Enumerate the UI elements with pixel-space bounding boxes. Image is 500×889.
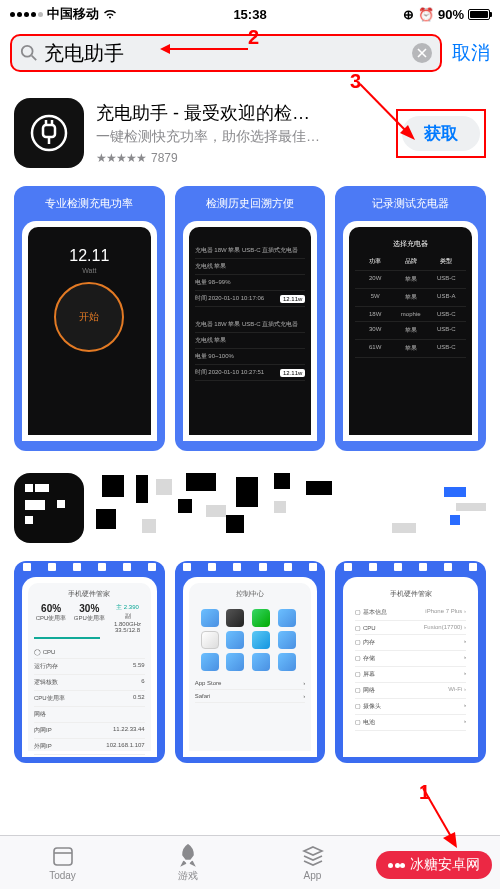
svg-rect-13 <box>54 848 72 865</box>
stars-icon: ★★★★★ <box>96 151 146 165</box>
alarm-clock-icon: ⏰ <box>418 7 434 22</box>
film-holes-icon <box>14 563 165 573</box>
search-icon <box>20 44 38 62</box>
app-result-1[interactable]: 充电助手 - 最受欢迎的检… 一键检测快充功率，助你选择最佳… ★★★★★ 78… <box>0 78 500 178</box>
svg-point-0 <box>22 46 33 57</box>
rating-count: 7879 <box>151 151 178 165</box>
app-grid <box>195 603 306 677</box>
cancel-button[interactable]: 取消 <box>452 40 490 66</box>
gauge-icon: 开始 <box>54 282 124 352</box>
rocket-icon <box>176 843 200 867</box>
annotation-arrow-1 <box>415 784 465 854</box>
start-label: 开始 <box>79 310 99 324</box>
watt-unit: Watt <box>34 267 145 274</box>
film-holes-icon <box>335 563 486 573</box>
watermark-text: 冰糖安卓网 <box>410 856 480 874</box>
watermark-icon <box>388 863 405 868</box>
svg-line-11 <box>423 788 453 840</box>
screenshot-4: 手机硬件管家 60%CPU使用率 30%GPU使用率 主 2.390副 1.80… <box>14 561 165 763</box>
screenshot-6: 手机硬件管家 ▢ 基本信息iPhone 7 Plus › ▢ CPUFusion… <box>335 561 486 763</box>
annotation-arrow-3 <box>330 78 420 148</box>
pixelated-region <box>96 473 486 543</box>
svg-rect-7 <box>43 125 55 137</box>
screenshot-title: 检测历史回溯方便 <box>181 196 320 211</box>
watt-value: 12.11 <box>34 247 145 265</box>
app-rating: ★★★★★ 7879 <box>96 151 384 165</box>
signal-icon <box>10 12 43 17</box>
screenshot-5: 控制中心 App Store› Safari› <box>175 561 326 763</box>
screenshot-title: 记录测试充电器 <box>341 196 480 211</box>
tab-label: 游戏 <box>178 869 198 883</box>
clear-button[interactable] <box>412 43 432 63</box>
svg-line-1 <box>32 56 37 61</box>
screenshot-3: 记录测试充电器 选择充电器 功率品牌类型 20W苹果USB-C 5W苹果USB-… <box>335 186 486 451</box>
svg-line-4 <box>360 84 408 133</box>
screenshots-row-2[interactable]: 手机硬件管家 60%CPU使用率 30%GPU使用率 主 2.390副 1.80… <box>0 557 500 767</box>
screenshot-1: 专业检测充电功率 12.11 Watt 开始 <box>14 186 165 451</box>
battery-icon <box>468 9 490 20</box>
tab-today[interactable]: Today <box>0 836 125 889</box>
status-right: ⊕ ⏰ 90% <box>330 7 490 22</box>
layers-icon <box>301 844 325 868</box>
tab-label: App <box>304 870 322 881</box>
plug-icon <box>27 111 71 155</box>
film-holes-icon <box>175 563 326 573</box>
watermark-badge: 冰糖安卓网 <box>376 851 492 879</box>
tab-games[interactable]: 游戏 <box>125 836 250 889</box>
screenshot-2: 检测历史回溯方便 充电器 18W 苹果 USB-C 直插式充电器 充电线 苹果 … <box>175 186 326 451</box>
tab-label: Today <box>49 870 76 881</box>
tab-apps[interactable]: App <box>250 836 375 889</box>
screenshots-row-1[interactable]: 专业检测充电功率 12.11 Watt 开始 检测历史回溯方便 充电器 18W … <box>0 178 500 459</box>
annotation-arrow-2 <box>160 40 250 58</box>
carrier-label: 中国移动 <box>47 5 99 23</box>
status-bar: 中国移动 15:38 ⊕ ⏰ 90% <box>0 0 500 28</box>
screenshot-title: 专业检测充电功率 <box>20 196 159 211</box>
svg-marker-3 <box>160 44 170 54</box>
wifi-icon <box>103 9 117 19</box>
svg-point-6 <box>32 116 66 150</box>
app-icon <box>14 98 84 168</box>
status-left: 中国移动 <box>10 5 170 23</box>
today-icon <box>51 844 75 868</box>
close-icon <box>417 48 427 58</box>
app-result-2[interactable] <box>0 459 500 557</box>
battery-pct: 90% <box>438 7 464 22</box>
alarm-icon: ⊕ <box>403 7 414 22</box>
clock: 15:38 <box>170 7 330 22</box>
app-icon-2 <box>14 473 84 543</box>
